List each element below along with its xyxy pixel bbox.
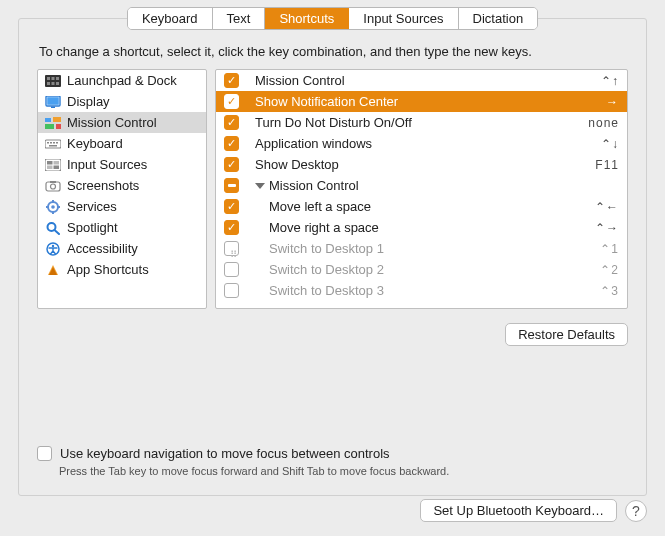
keyboard-nav-checkbox[interactable] bbox=[37, 446, 52, 461]
shortcut-row[interactable]: ✓Move left a space⌃← bbox=[216, 196, 627, 217]
shortcut-checkbox[interactable]: ✓ bbox=[224, 94, 239, 109]
shortcut-row[interactable]: Switch to Desktop 3⌃3 bbox=[216, 280, 627, 301]
accessibility-icon bbox=[45, 242, 61, 256]
shortcut-label: Mission Control bbox=[255, 73, 601, 88]
display-icon bbox=[45, 95, 61, 109]
shortcut-row[interactable]: ✓Show DesktopF11 bbox=[216, 154, 627, 175]
bluetooth-keyboard-button[interactable]: Set Up Bluetooth Keyboard… bbox=[420, 499, 617, 522]
sidebar-item-display[interactable]: Display bbox=[38, 91, 206, 112]
shortcut-label: Switch to Desktop 2 bbox=[269, 262, 600, 277]
shortcut-row[interactable]: ✓Show Notification Center→ bbox=[216, 91, 627, 112]
tab-input-sources[interactable]: Input Sources bbox=[349, 8, 458, 29]
svg-rect-11 bbox=[53, 117, 61, 122]
instructions-text: To change a shortcut, select it, click t… bbox=[39, 44, 626, 59]
shortcut-label: Switch to Desktop 3 bbox=[269, 283, 600, 298]
sidebar-item-spotlight[interactable]: Spotlight bbox=[38, 217, 206, 238]
shortcut-keys[interactable]: ⌃2 bbox=[600, 263, 619, 277]
sidebar-item-label: Display bbox=[67, 94, 110, 109]
shortcut-label: Switch to Desktop 1 bbox=[269, 241, 600, 256]
shortcut-row[interactable]: ✓Turn Do Not Disturb On/Offnone bbox=[216, 112, 627, 133]
shortcut-keys[interactable]: none bbox=[588, 116, 619, 130]
svg-rect-9 bbox=[51, 106, 55, 108]
shortcut-label: Move left a space bbox=[269, 199, 595, 214]
sidebar-item-label: Services bbox=[67, 199, 117, 214]
sidebar-item-services[interactable]: Services bbox=[38, 196, 206, 217]
shortcut-label: Turn Do Not Disturb On/Off bbox=[255, 115, 588, 130]
sidebar-item-label: Spotlight bbox=[67, 220, 118, 235]
shortcut-checkbox[interactable]: ✓ bbox=[224, 199, 239, 214]
shortcut-checkbox[interactable]: ✓ bbox=[224, 157, 239, 172]
shortcut-checkbox[interactable]: ✓ bbox=[224, 136, 239, 151]
shortcut-keys[interactable]: ⌃1 bbox=[600, 242, 619, 256]
sidebar-item-label: Accessibility bbox=[67, 241, 138, 256]
sidebar-item-label: Input Sources bbox=[67, 157, 147, 172]
help-button[interactable]: ? bbox=[625, 500, 647, 522]
shortcut-keys[interactable]: ⌃← bbox=[595, 200, 619, 214]
svg-rect-13 bbox=[56, 124, 61, 129]
shortcut-checkbox[interactable]: ✓ bbox=[224, 220, 239, 235]
svg-rect-12 bbox=[45, 124, 54, 129]
svg-rect-24 bbox=[54, 165, 60, 169]
svg-rect-22 bbox=[54, 161, 60, 165]
shortcut-checkbox[interactable] bbox=[224, 262, 239, 277]
svg-rect-6 bbox=[56, 82, 59, 85]
shortcut-keys[interactable]: → bbox=[606, 95, 619, 109]
shortcut-row[interactable]: ✓Application windows⌃↓ bbox=[216, 133, 627, 154]
sidebar-item-launchpad-dock[interactable]: Launchpad & Dock bbox=[38, 70, 206, 91]
tab-shortcuts[interactable]: Shortcuts bbox=[265, 8, 349, 29]
tab-dictation[interactable]: Dictation bbox=[459, 8, 538, 29]
shortcut-row[interactable]: Mission Control bbox=[216, 175, 627, 196]
svg-rect-20 bbox=[45, 159, 61, 171]
shortcut-checkbox[interactable]: ✓ bbox=[224, 73, 239, 88]
svg-rect-0 bbox=[45, 75, 61, 87]
shortcut-label: Move right a space bbox=[269, 220, 595, 235]
tab-text[interactable]: Text bbox=[213, 8, 266, 29]
shortcut-label: Show Desktop bbox=[255, 157, 595, 172]
shortcut-row[interactable]: Switch to Desktop 2⌃2 bbox=[216, 259, 627, 280]
svg-rect-5 bbox=[52, 82, 55, 85]
shortcut-keys[interactable]: ⌃↑ bbox=[601, 74, 619, 88]
svg-rect-15 bbox=[47, 142, 49, 144]
sidebar-item-screenshots[interactable]: Screenshots bbox=[38, 175, 206, 196]
svg-rect-1 bbox=[47, 77, 50, 80]
shortcut-checkbox[interactable] bbox=[224, 178, 239, 193]
shortcut-row[interactable]: ✓Move right a space⌃→ bbox=[216, 217, 627, 238]
svg-rect-27 bbox=[50, 181, 56, 183]
services-icon bbox=[45, 200, 61, 214]
shortcut-label: Show Notification Center bbox=[255, 94, 606, 109]
svg-point-29 bbox=[51, 205, 55, 209]
sidebar-item-mission-control[interactable]: Mission Control bbox=[38, 112, 206, 133]
shortcut-checkbox[interactable]: ✓ bbox=[224, 115, 239, 130]
tab-keyboard[interactable]: Keyboard bbox=[128, 8, 213, 29]
svg-rect-10 bbox=[45, 118, 51, 122]
svg-line-35 bbox=[55, 230, 60, 234]
sidebar-item-keyboard[interactable]: Keyboard bbox=[38, 133, 206, 154]
restore-defaults-button[interactable]: Restore Defaults bbox=[505, 323, 628, 346]
svg-rect-23 bbox=[47, 165, 53, 169]
svg-rect-17 bbox=[53, 142, 55, 144]
svg-rect-16 bbox=[50, 142, 52, 144]
shortcut-row[interactable]: ✓Mission Control⌃↑ bbox=[216, 70, 627, 91]
svg-rect-14 bbox=[45, 140, 61, 148]
category-sidebar: Launchpad & DockDisplayMission ControlKe… bbox=[37, 69, 207, 309]
shortcut-keys[interactable]: ⌃3 bbox=[600, 284, 619, 298]
shortcut-row[interactable]: Switch to Desktop 1⌃1 bbox=[216, 238, 627, 259]
launchpad-icon bbox=[45, 74, 61, 88]
shortcut-list: ✓Mission Control⌃↑✓Show Notification Cen… bbox=[215, 69, 628, 309]
shortcut-label: Mission Control bbox=[269, 178, 619, 193]
sidebar-item-app-shortcuts[interactable]: App Shortcuts bbox=[38, 259, 206, 280]
split-resize-handle[interactable]: ⠿ bbox=[230, 249, 236, 263]
svg-rect-19 bbox=[49, 145, 57, 147]
svg-rect-2 bbox=[52, 77, 55, 80]
shortcut-keys[interactable]: ⌃↓ bbox=[601, 137, 619, 151]
sidebar-item-accessibility[interactable]: Accessibility bbox=[38, 238, 206, 259]
disclosure-triangle-icon[interactable] bbox=[255, 183, 265, 189]
sidebar-item-input-sources[interactable]: Input Sources bbox=[38, 154, 206, 175]
sidebar-item-label: Screenshots bbox=[67, 178, 139, 193]
shortcut-keys[interactable]: ⌃→ bbox=[595, 221, 619, 235]
shortcut-checkbox[interactable] bbox=[224, 283, 239, 298]
shortcut-keys[interactable]: F11 bbox=[595, 158, 619, 172]
keyboard-nav-hint: Press the Tab key to move focus forward … bbox=[59, 465, 628, 477]
svg-point-26 bbox=[51, 184, 56, 189]
svg-rect-8 bbox=[47, 97, 59, 105]
